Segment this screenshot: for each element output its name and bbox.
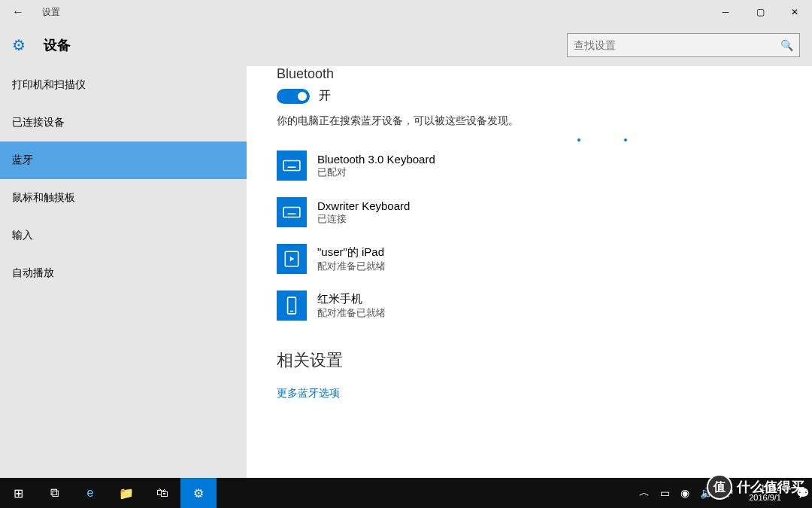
explorer-button[interactable]: 📁 bbox=[108, 478, 144, 508]
taskbar: ⊞ ⧉ e 📁 🛍 ⚙ ︿ ▭ ◉ 🔊 中 17:52 2016/9/1 💬 bbox=[0, 478, 812, 508]
keyboard-icon bbox=[277, 197, 307, 227]
volume-icon[interactable]: 🔊 bbox=[700, 487, 713, 499]
device-status: 配对准备已就绪 bbox=[317, 306, 386, 320]
toggle-label: 开 bbox=[319, 88, 331, 104]
sidebar-item-mouse[interactable]: 鼠标和触摸板 bbox=[0, 179, 247, 217]
close-button[interactable]: ✕ bbox=[777, 0, 812, 24]
device-item[interactable]: "user"的 iPad 配对准备已就绪 bbox=[277, 244, 782, 274]
wifi-icon[interactable]: ◉ bbox=[680, 487, 689, 499]
system-tray[interactable]: ︿ ▭ ◉ 🔊 中 17:52 2016/9/1 💬 bbox=[639, 483, 812, 503]
notifications-icon[interactable]: 💬 bbox=[796, 487, 809, 499]
header-label: 设备 bbox=[44, 36, 71, 54]
device-status: 配对准备已就绪 bbox=[317, 260, 386, 273]
edge-button[interactable]: e bbox=[72, 478, 108, 508]
minimize-button[interactable]: ─ bbox=[708, 0, 743, 24]
loading-dots bbox=[577, 138, 627, 141]
gear-icon: ⚙ bbox=[12, 36, 26, 54]
device-name: 红米手机 bbox=[317, 292, 386, 306]
taskview-button[interactable]: ⧉ bbox=[36, 478, 72, 508]
search-icon: 🔍 bbox=[780, 39, 793, 51]
related-settings-title: 相关设置 bbox=[277, 349, 782, 372]
ime-icon[interactable]: 中 bbox=[723, 486, 734, 500]
sidebar-item-connected[interactable]: 已连接设备 bbox=[0, 104, 247, 141]
more-bluetooth-options-link[interactable]: 更多蓝牙选项 bbox=[277, 387, 782, 400]
titlebar: ← 设置 ─ ▢ ✕ bbox=[0, 0, 812, 24]
bluetooth-toggle[interactable] bbox=[277, 89, 310, 104]
settings-taskbar-button[interactable]: ⚙ bbox=[180, 478, 217, 508]
device-item[interactable]: Dxwriter Keyboard 已连接 bbox=[277, 197, 782, 227]
svg-rect-0 bbox=[283, 161, 300, 171]
device-name: Dxwriter Keyboard bbox=[317, 199, 410, 212]
battery-icon[interactable]: ▭ bbox=[660, 487, 670, 499]
device-status: 已连接 bbox=[317, 212, 410, 226]
keyboard-icon bbox=[277, 151, 307, 181]
svg-rect-7 bbox=[283, 208, 300, 217]
phone-icon bbox=[277, 291, 307, 321]
sidebar-item-autoplay[interactable]: 自动播放 bbox=[0, 254, 247, 292]
device-item[interactable]: Bluetooth 3.0 Keyboard 已配对 bbox=[277, 151, 782, 181]
clock[interactable]: 17:52 2016/9/1 bbox=[744, 483, 786, 503]
window-title: 设置 bbox=[42, 6, 60, 19]
device-status: 已配对 bbox=[317, 166, 435, 179]
search-input[interactable] bbox=[574, 39, 780, 51]
device-name: "user"的 iPad bbox=[317, 245, 386, 260]
svg-marker-15 bbox=[290, 257, 294, 262]
section-title: Bluetooth bbox=[277, 66, 782, 82]
sidebar-item-bluetooth[interactable]: 蓝牙 bbox=[0, 141, 247, 179]
header: ⚙ 设备 🔍 bbox=[0, 24, 812, 66]
search-box[interactable]: 🔍 bbox=[567, 33, 800, 57]
content: Bluetooth 开 你的电脑正在搜索蓝牙设备，可以被这些设备发现。 Blue… bbox=[247, 66, 812, 478]
device-item[interactable]: 红米手机 配对准备已就绪 bbox=[277, 291, 782, 321]
bluetooth-description: 你的电脑正在搜索蓝牙设备，可以被这些设备发现。 bbox=[277, 114, 782, 128]
start-button[interactable]: ⊞ bbox=[0, 478, 36, 508]
back-button[interactable]: ← bbox=[0, 5, 36, 19]
device-name: Bluetooth 3.0 Keyboard bbox=[317, 153, 435, 166]
sidebar-item-typing[interactable]: 输入 bbox=[0, 217, 247, 254]
sidebar-item-printers[interactable]: 打印机和扫描仪 bbox=[0, 66, 247, 104]
maximize-button[interactable]: ▢ bbox=[743, 0, 777, 24]
store-button[interactable]: 🛍 bbox=[144, 478, 180, 508]
tray-chevron-icon[interactable]: ︿ bbox=[639, 486, 650, 500]
tablet-icon bbox=[277, 244, 307, 274]
sidebar: 打印机和扫描仪 已连接设备 蓝牙 鼠标和触摸板 输入 自动播放 bbox=[0, 66, 247, 478]
